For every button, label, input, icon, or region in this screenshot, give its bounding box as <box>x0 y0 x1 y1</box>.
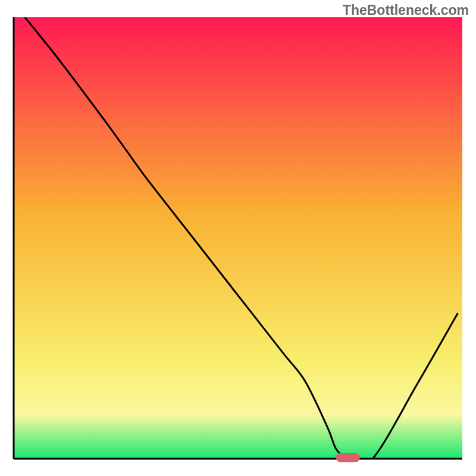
optimal-marker <box>336 453 360 462</box>
bottleneck-chart <box>0 0 476 476</box>
chart-container: TheBottleneck.com <box>0 0 476 476</box>
plot-background <box>14 17 462 459</box>
watermark-text: TheBottleneck.com <box>343 2 469 18</box>
